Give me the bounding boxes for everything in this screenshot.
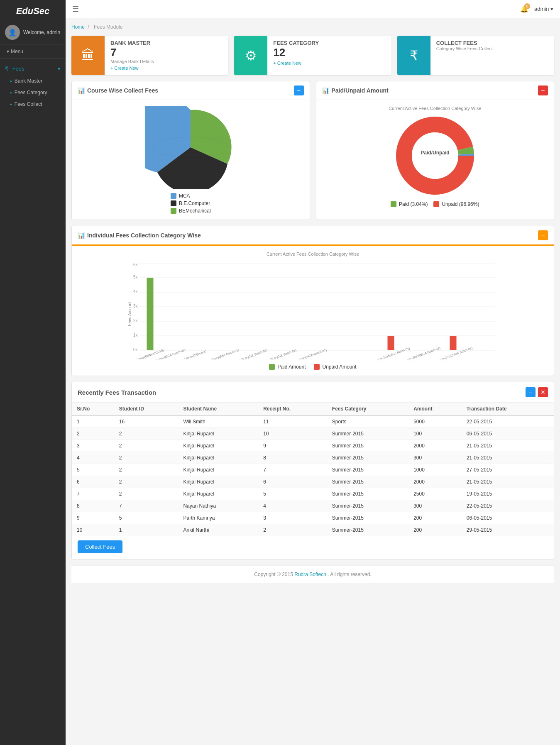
stat-card-title: FEES CATEGORY: [273, 40, 385, 46]
table-head: Sr.No Student ID Student Name Receipt No…: [72, 403, 554, 415]
table-panel-title: Recently Fees Transaction: [78, 389, 156, 396]
table-cell-date: 21-05-2015: [462, 440, 554, 452]
bar-chart-toggle-button[interactable]: −: [538, 230, 548, 240]
table-cell-sr: 2: [72, 428, 114, 440]
table-cell-date: 21-05-2015: [462, 452, 554, 464]
table-cell-sr: 3: [72, 440, 114, 452]
table-minimize-button[interactable]: −: [526, 387, 536, 397]
legend-item: B.E.Computer: [171, 200, 211, 206]
table-row: 95Parth Kamriya3Summer-201520006-05-2015: [72, 512, 554, 524]
legend-label-paid-amount: Paid Amount: [277, 364, 306, 370]
legend-color: [171, 193, 176, 199]
svg-text:1k: 1k: [133, 333, 138, 337]
table-header-row: Sr.No Student ID Student Name Receipt No…: [72, 403, 554, 415]
stat-card-body: FEES CATEGORY 12 + Create New: [267, 36, 391, 75]
legend-color-unpaid-amount: [314, 364, 320, 370]
sidebar-item-fees-collect[interactable]: ● Fees Collect: [0, 98, 66, 110]
table-cell-amount: 100: [408, 428, 462, 440]
col-student-id: Student ID: [114, 403, 179, 415]
footer-text: Copyright © 2015: [254, 572, 294, 577]
donut-chart-toggle-button[interactable]: −: [538, 85, 548, 95]
table-panel-header: Recently Fees Transaction − ✕: [72, 382, 554, 403]
svg-text:3k: 3k: [133, 304, 138, 308]
topbar: ☰ 🔔 0 admin ▾: [66, 0, 560, 18]
sidebar-fees-section: ₹ Fees ▾ ● Bank Master ● Fees Category ●…: [0, 59, 66, 113]
bar-unpaid: [450, 336, 457, 350]
table-cell-date: 06-05-2015: [462, 512, 554, 524]
fees-section-label: Fees: [12, 66, 24, 72]
table-cell-receipt: 5: [258, 488, 327, 500]
svg-text:5k: 5k: [133, 275, 138, 279]
svg-text:Library(BE-Batch-02): Library(BE-Batch-02): [239, 348, 268, 359]
stat-card-body: COLLECT FEES Category Wise Fees Collect: [430, 36, 554, 75]
charts-row: 📊 Course Wise Collect Fees −: [71, 81, 554, 220]
legend-color: [171, 200, 176, 206]
table-row: 52Kinjal Ruparel7Summer-2015100027-05-20…: [72, 464, 554, 476]
table-cell-receipt: 8: [258, 452, 327, 464]
sidebar-item-bank-master[interactable]: ● Bank Master: [0, 75, 66, 87]
table-row: 101Ankit Narthi2Summer-201520029-05-2015: [72, 524, 554, 536]
pie-chart-svg: [145, 106, 236, 189]
table-cell-category: Sports: [327, 415, 408, 428]
sidebar-item-fees-category[interactable]: ● Fees Category: [0, 87, 66, 98]
pie-legend: MCA B.E.Computer BEMechanical: [171, 193, 211, 214]
bell-icon[interactable]: 🔔 0: [520, 5, 528, 13]
table-cell-receipt: 7: [258, 464, 327, 476]
footer-link[interactable]: Rudra Softech: [294, 572, 326, 577]
table-cell-date: 06-05-2015: [462, 428, 554, 440]
svg-text:Library(BE-Batch-01): Library(BE-Batch-01): [268, 348, 297, 359]
sidebar-item-label: Fees Collect: [15, 101, 42, 107]
legend-color-paid: [391, 201, 396, 207]
table-cell-name: Parth Kamriya: [178, 512, 258, 524]
breadcrumb-separator: /: [88, 24, 89, 30]
table-cell-name: Kinjal Ruparel: [178, 464, 258, 476]
donut-chart-panel: 📊 Paid/Unpaid Amount − Current Active Fe…: [316, 81, 555, 220]
stat-card-subtitle: Manage Bank Details: [110, 59, 223, 64]
table-cell-amount: 300: [408, 452, 462, 464]
pie-chart-panel: 📊 Course Wise Collect Fees −: [71, 81, 310, 220]
col-fees-category: Fees Category: [327, 403, 408, 415]
donut-chart-svg: Paid/Unpaid: [389, 114, 481, 197]
bar-chart-title-text: Individual Fees Collection Category Wise: [87, 232, 201, 239]
table-cell-category: Summer-2015: [327, 488, 408, 500]
bank-icon: 🏛: [71, 36, 105, 75]
legend-item-unpaid: Unpaid (96.96%): [433, 201, 479, 207]
legend-item: BEMechanical: [171, 208, 211, 214]
pie-chart-body: MCA B.E.Computer BEMechanical: [72, 100, 310, 220]
table-cell-receipt: 4: [258, 500, 327, 512]
table-row: 116Will Smith11Sports500022-05-2015: [72, 415, 554, 428]
donut-chart-title: 📊 Paid/Unpaid Amount: [322, 87, 389, 94]
breadcrumb-home[interactable]: Home: [71, 24, 85, 30]
create-new-category-link[interactable]: + Create New: [273, 61, 301, 66]
legend-item-paid-amount: Paid Amount: [269, 364, 306, 370]
legend-item-paid: Paid (3.04%): [391, 201, 428, 207]
bar-unpaid: [388, 336, 394, 350]
table-cell-amount: 300: [408, 500, 462, 512]
bar-chart-body: Current Active Fees Collection Category …: [72, 246, 554, 376]
pie-chart-toggle-button[interactable]: −: [294, 85, 304, 95]
avatar: 👤: [5, 25, 20, 40]
table-cell-date: 29-05-2015: [462, 524, 554, 536]
pie-chart-title-text: Course Wise Collect Fees: [87, 87, 158, 94]
stat-card-bank-master: 🏛 BANK MASTER 7 Manage Bank Details + Cr…: [71, 36, 228, 75]
stat-card-collect-fees: ₹ COLLECT FEES Category Wise Fees Collec…: [397, 36, 554, 75]
create-new-bank-link[interactable]: + Create New: [110, 66, 139, 71]
admin-menu[interactable]: admin ▾: [534, 6, 553, 12]
table-cell-category: Summer-2015: [327, 440, 408, 452]
transactions-table: Sr.No Student ID Student Name Receipt No…: [72, 403, 554, 536]
dot-icon: ●: [10, 79, 12, 83]
collect-fees-button[interactable]: Collect Fees: [78, 540, 122, 553]
table-cell-sr: 4: [72, 452, 114, 464]
bar-chart-title: 📊 Individual Fees Collection Category Wi…: [78, 232, 201, 239]
table-cell-amount: 1000: [408, 464, 462, 476]
table-cell-sr: 9: [72, 512, 114, 524]
sidebar: EduSec 👤 Welcome, admin ▾ Menu ₹ Fees ▾ …: [0, 0, 66, 589]
table-cell-amount: 5000: [408, 415, 462, 428]
rupee-icon: ₹: [5, 66, 8, 72]
table-cell-student_id: 2: [114, 476, 179, 488]
table-close-button[interactable]: ✕: [538, 387, 548, 397]
hamburger-icon[interactable]: ☰: [72, 5, 79, 14]
table-cell-amount: 2500: [408, 488, 462, 500]
sidebar-fees-header[interactable]: ₹ Fees ▾: [0, 62, 66, 75]
sidebar-user: 👤 Welcome, admin: [0, 21, 66, 44]
